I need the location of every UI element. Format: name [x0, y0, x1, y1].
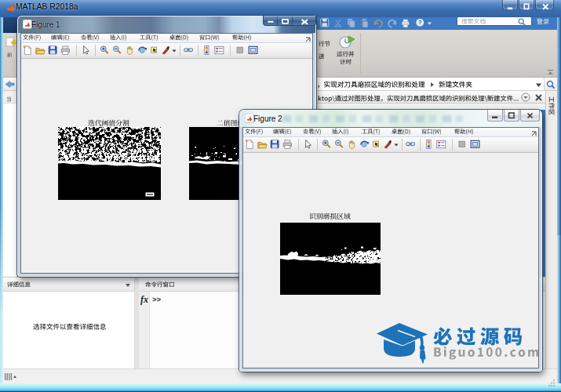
svg-text:?: ?	[418, 19, 422, 26]
